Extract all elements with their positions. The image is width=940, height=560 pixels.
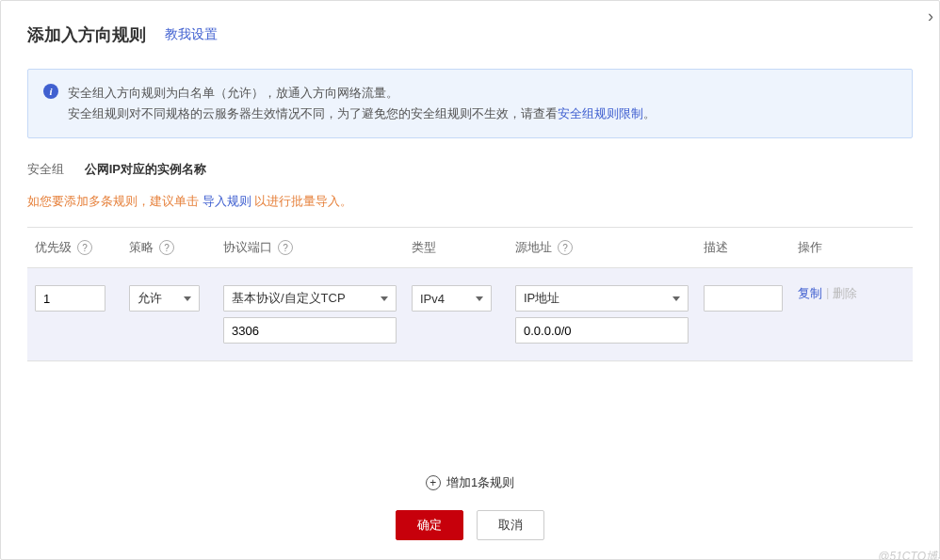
info-banner: i 安全组入方向规则为白名单（允许），放通入方向网络流量。 安全组规则对不同规格… (27, 69, 913, 138)
col-desc-label: 描述 (704, 239, 728, 256)
help-icon[interactable]: ? (558, 240, 573, 255)
help-icon[interactable]: ? (77, 240, 92, 255)
policy-select[interactable]: 允许 (129, 285, 200, 312)
info-text: 安全组入方向规则为白名单（允许），放通入方向网络流量。 安全组规则对不同规格的云… (68, 83, 656, 124)
ok-button[interactable]: 确定 (396, 510, 463, 540)
info-line1: 安全组入方向规则为白名单（允许），放通入方向网络流量。 (68, 83, 656, 104)
col-action-label: 操作 (798, 239, 822, 256)
security-group-row: 安全组 公网IP对应的实例名称 (27, 161, 913, 178)
port-input[interactable] (223, 317, 397, 344)
col-source-label: 源地址 (515, 239, 552, 256)
info-icon: i (43, 84, 58, 99)
cancel-button[interactable]: 取消 (477, 510, 544, 540)
col-protocol-label: 协议端口 (223, 239, 272, 256)
rule-limit-link[interactable]: 安全组规则限制 (558, 106, 643, 120)
dialog-title: 添加入方向规则 (27, 24, 146, 46)
chevron-down-icon (184, 296, 191, 301)
description-input[interactable] (704, 285, 783, 312)
close-icon[interactable]: › (928, 7, 933, 26)
chevron-down-icon (673, 296, 680, 301)
help-icon[interactable]: ? (159, 240, 174, 255)
help-link[interactable]: 教我设置 (165, 26, 218, 43)
copy-action[interactable]: 复制 (798, 285, 822, 302)
rule-table: 优先级 ? 策略 ? 协议端口 ? 类型 源地址 ? 描述 操作 (27, 227, 913, 361)
col-type-label: 类型 (412, 239, 436, 256)
source-type-select[interactable]: IP地址 (515, 285, 689, 312)
add-inbound-rule-dialog: › 添加入方向规则 教我设置 i 安全组入方向规则为白名单（允许），放通入方向网… (0, 0, 940, 560)
watermark: @51CTO博客 (878, 549, 940, 560)
source-value-input[interactable] (515, 317, 689, 344)
dialog-footer: 确定 取消 (27, 510, 913, 540)
add-rule-button[interactable]: + 增加1条规则 (27, 474, 913, 491)
col-priority-label: 优先级 (35, 239, 72, 256)
table-header: 优先级 ? 策略 ? 协议端口 ? 类型 源地址 ? 描述 操作 (27, 227, 913, 268)
type-select[interactable]: IPv4 (412, 285, 492, 312)
priority-input[interactable] (35, 285, 105, 312)
help-icon[interactable]: ? (278, 240, 293, 255)
delete-action[interactable]: 删除 (833, 285, 857, 302)
import-rules-link[interactable]: 导入规则 (203, 194, 251, 208)
chevron-down-icon (476, 296, 483, 301)
col-policy-label: 策略 (129, 239, 154, 256)
security-group-value: 公网IP对应的实例名称 (85, 162, 206, 176)
chevron-down-icon (381, 296, 388, 301)
plus-icon: + (426, 475, 441, 490)
info-line2: 安全组规则对不同规格的云服务器生效情况不同，为了避免您的安全组规则不生效，请查看… (68, 104, 656, 124)
security-group-label: 安全组 (27, 162, 64, 176)
table-row: 允许 基本协议/自定义TCP IPv4 (27, 268, 913, 361)
import-tip: 如您要添加多条规则，建议单击 导入规则 以进行批量导入。 (27, 193, 913, 210)
dialog-header: 添加入方向规则 教我设置 (27, 24, 913, 46)
protocol-select[interactable]: 基本协议/自定义TCP (223, 285, 397, 312)
